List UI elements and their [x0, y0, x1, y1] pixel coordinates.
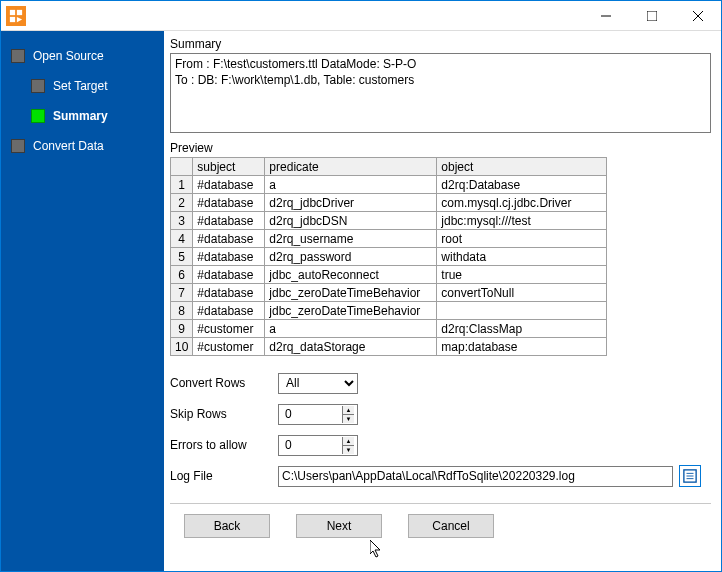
sidebar-item-set-target[interactable]: Set Target — [1, 71, 164, 101]
rownum-cell: 6 — [171, 266, 193, 284]
sidebar-item-summary[interactable]: Summary — [1, 101, 164, 131]
object-cell: com.mysql.cj.jdbc.Driver — [437, 194, 607, 212]
object-cell: withdata — [437, 248, 607, 266]
subject-cell: #database — [193, 212, 265, 230]
browse-log-button[interactable] — [679, 465, 701, 487]
object-cell: jdbc:mysql:///test — [437, 212, 607, 230]
back-button[interactable]: Back — [184, 514, 270, 538]
table-row[interactable]: 8#databasejdbc_zeroDateTimeBehavior — [171, 302, 607, 320]
table-row[interactable]: 2#databased2rq_jdbcDrivercom.mysql.cj.jd… — [171, 194, 607, 212]
skip-rows-input[interactable] — [282, 406, 342, 423]
table-row[interactable]: 5#databased2rq_passwordwithdata — [171, 248, 607, 266]
object-cell: d2rq:ClassMap — [437, 320, 607, 338]
convert-rows-label: Convert Rows — [170, 376, 278, 390]
skip-rows-spinner[interactable]: ▲▼ — [278, 404, 358, 425]
errors-to-allow-label: Errors to allow — [170, 438, 278, 452]
subject-cell: #database — [193, 176, 265, 194]
rownum-cell: 3 — [171, 212, 193, 230]
table-row[interactable]: 10#customerd2rq_dataStoragemap:database — [171, 338, 607, 356]
spin-down-icon[interactable]: ▼ — [343, 446, 354, 454]
spin-up-icon[interactable]: ▲ — [343, 406, 354, 415]
skip-rows-label: Skip Rows — [170, 407, 278, 421]
subject-cell: #database — [193, 302, 265, 320]
step-status-icon — [11, 139, 25, 153]
svg-rect-0 — [10, 9, 15, 14]
table-row[interactable]: 4#databased2rq_usernameroot — [171, 230, 607, 248]
preview-table: subject predicate object 1#databasead2rq… — [170, 157, 607, 356]
predicate-cell: jdbc_zeroDateTimeBehavior — [265, 302, 437, 320]
minimize-button[interactable] — [583, 1, 629, 31]
object-cell: d2rq:Database — [437, 176, 607, 194]
svg-rect-2 — [10, 16, 15, 21]
step-status-icon — [11, 49, 25, 63]
titlebar — [1, 1, 721, 31]
predicate-cell: d2rq_dataStorage — [265, 338, 437, 356]
app-icon — [6, 6, 26, 26]
sidebar-item-open-source[interactable]: Open Source — [1, 41, 164, 71]
subject-cell: #database — [193, 284, 265, 302]
predicate-cell: jdbc_autoReconnect — [265, 266, 437, 284]
table-row[interactable]: 9#customerad2rq:ClassMap — [171, 320, 607, 338]
main-panel: Summary From : F:\test\customers.ttl Dat… — [164, 31, 721, 571]
sidebar-item-label: Set Target — [53, 79, 107, 93]
errors-input[interactable] — [282, 437, 342, 454]
spin-up-icon[interactable]: ▲ — [343, 437, 354, 446]
subject-cell: #database — [193, 248, 265, 266]
table-row[interactable]: 7#databasejdbc_zeroDateTimeBehaviorconve… — [171, 284, 607, 302]
sidebar-item-label: Open Source — [33, 49, 104, 63]
subject-cell: #customer — [193, 320, 265, 338]
convert-rows-select[interactable]: All — [278, 373, 358, 394]
object-cell: convertToNull — [437, 284, 607, 302]
sidebar-item-convert-data[interactable]: Convert Data — [1, 131, 164, 161]
subject-cell: #customer — [193, 338, 265, 356]
rownum-cell: 1 — [171, 176, 193, 194]
log-file-input[interactable] — [278, 466, 673, 487]
predicate-cell: d2rq_jdbcDSN — [265, 212, 437, 230]
predicate-cell: d2rq_password — [265, 248, 437, 266]
object-cell: map:database — [437, 338, 607, 356]
rownum-cell: 7 — [171, 284, 193, 302]
cancel-button[interactable]: Cancel — [408, 514, 494, 538]
svg-rect-4 — [647, 11, 657, 21]
col-header[interactable]: subject — [193, 158, 265, 176]
subject-cell: #database — [193, 266, 265, 284]
table-row[interactable]: 3#databased2rq_jdbcDSNjdbc:mysql:///test — [171, 212, 607, 230]
object-cell: true — [437, 266, 607, 284]
next-button[interactable]: Next — [296, 514, 382, 538]
rownum-cell: 8 — [171, 302, 193, 320]
browse-icon — [683, 469, 697, 483]
summary-heading: Summary — [170, 37, 711, 51]
table-row[interactable]: 6#databasejdbc_autoReconnecttrue — [171, 266, 607, 284]
step-status-icon — [31, 79, 45, 93]
wizard-sidebar: Open Source Set Target Summary Convert D… — [1, 31, 164, 571]
wizard-buttons: Back Next Cancel — [170, 503, 711, 552]
wizard-window: Open Source Set Target Summary Convert D… — [0, 0, 722, 572]
predicate-cell: d2rq_jdbcDriver — [265, 194, 437, 212]
sidebar-item-label: Convert Data — [33, 139, 104, 153]
log-file-label: Log File — [170, 469, 278, 483]
summary-text: From : F:\test\customers.ttl DataMode: S… — [170, 53, 711, 133]
object-cell: root — [437, 230, 607, 248]
col-header[interactable]: predicate — [265, 158, 437, 176]
table-row[interactable]: 1#databasead2rq:Database — [171, 176, 607, 194]
predicate-cell: d2rq_username — [265, 230, 437, 248]
svg-rect-1 — [17, 9, 22, 14]
predicate-cell: a — [265, 320, 437, 338]
preview-table-wrap: subject predicate object 1#databasead2rq… — [170, 157, 711, 357]
options-form: Convert Rows All Skip Rows ▲▼ Errors to … — [170, 369, 711, 493]
predicate-cell: jdbc_zeroDateTimeBehavior — [265, 284, 437, 302]
sidebar-item-label: Summary — [53, 109, 108, 123]
errors-spinner[interactable]: ▲▼ — [278, 435, 358, 456]
maximize-button[interactable] — [629, 1, 675, 31]
rownum-header — [171, 158, 193, 176]
subject-cell: #database — [193, 194, 265, 212]
spin-down-icon[interactable]: ▼ — [343, 415, 354, 423]
rownum-cell: 10 — [171, 338, 193, 356]
summary-line-from: From : F:\test\customers.ttl DataMode: S… — [175, 57, 706, 73]
rownum-cell: 9 — [171, 320, 193, 338]
subject-cell: #database — [193, 230, 265, 248]
summary-line-to: To : DB: F:\work\temp\1.db, Table: custo… — [175, 73, 706, 89]
col-header[interactable]: object — [437, 158, 607, 176]
close-button[interactable] — [675, 1, 721, 31]
rownum-cell: 2 — [171, 194, 193, 212]
